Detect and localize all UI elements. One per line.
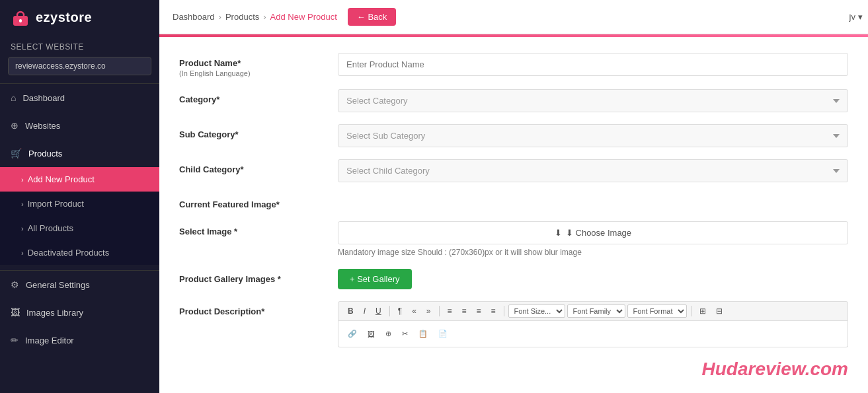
sidebar-item-label-dashboard: Dashboard: [22, 93, 65, 103]
logo-area: ezystore: [0, 0, 159, 34]
back-button[interactable]: ← Back: [348, 8, 397, 26]
rte-extra-1[interactable]: ⊞: [695, 304, 710, 318]
description-row: Product Description* B I U ¶ « » ≡ ≡: [179, 301, 848, 347]
subnav-label-deactivated: Deactivated Products: [28, 248, 110, 258]
subnav-label-import-product: Import Product: [28, 199, 84, 209]
svg-rect-2: [19, 19, 22, 22]
breadcrumb-current: Add New Product: [270, 12, 337, 22]
rte-bold[interactable]: B: [344, 304, 358, 318]
subnav-deactivated-products[interactable]: › Deactivated Products: [0, 240, 159, 265]
rte-icon-3[interactable]: ⊕: [381, 326, 395, 341]
rte-separator-3: [504, 306, 504, 316]
product-name-input[interactable]: [338, 53, 848, 76]
rte-indent-right[interactable]: »: [422, 304, 435, 318]
subnav-arrow-icon-2: ›: [21, 200, 24, 208]
sidebar-item-label-products: Products: [28, 149, 62, 159]
sidebar: Select Website ⌂ Dashboard ⊕ Websites 🛒 …: [0, 34, 159, 393]
content-area: Product Name* (In English Language) Cate…: [159, 34, 868, 393]
sidebar-label-images-library: Images Library: [26, 308, 83, 318]
description-label: Product Description*: [179, 306, 325, 316]
sidebar-item-products[interactable]: 🛒 Products: [0, 139, 159, 167]
child-category-row: Child Category* Select Child Category: [179, 159, 848, 182]
product-name-row: Product Name* (In English Language): [179, 53, 848, 77]
child-category-label: Child Category*: [179, 164, 325, 174]
select-image-row: Select Image * ⬇ ⬇ Choose Image Mandator…: [179, 221, 848, 257]
user-label: jv: [849, 12, 855, 22]
subnav-arrow-icon-3: ›: [21, 225, 24, 232]
rte-toolbar: B I U ¶ « » ≡ ≡ ≡ ≡ Font S: [338, 301, 848, 321]
user-menu[interactable]: jv ▾: [849, 0, 868, 34]
cart-icon: 🛒: [11, 148, 22, 159]
rte-extra-2[interactable]: ⊟: [712, 304, 727, 318]
font-family-select[interactable]: Font Family: [567, 304, 625, 318]
subcategory-label: Sub Category*: [179, 129, 325, 139]
upload-icon: ⬇: [555, 228, 562, 238]
user-chevron-icon: ▾: [858, 12, 863, 22]
rte-align-right[interactable]: ≡: [473, 304, 485, 318]
rte-icon-6[interactable]: 📄: [434, 326, 452, 341]
font-size-select[interactable]: Font Size...: [508, 304, 565, 318]
image-icon: 🖼: [11, 307, 20, 318]
rte-indent-left[interactable]: «: [408, 304, 420, 318]
sidebar-item-general-settings[interactable]: ⚙ General Settings: [0, 271, 159, 299]
sidebar-item-image-editor[interactable]: ✏ Image Editor: [0, 326, 159, 354]
breadcrumb-dashboard[interactable]: Dashboard: [173, 12, 215, 22]
rte-para[interactable]: ¶: [394, 304, 406, 318]
edit-icon: ✏: [11, 335, 19, 345]
rte-separator-4: [691, 306, 691, 316]
category-select[interactable]: Select Category: [338, 89, 848, 112]
rte-align-center[interactable]: ≡: [458, 304, 471, 318]
globe-icon: ⊕: [11, 120, 19, 131]
subcategory-select[interactable]: Select Sub Category: [338, 124, 848, 147]
rte-align-left[interactable]: ≡: [444, 304, 456, 318]
breadcrumb-products[interactable]: Products: [225, 12, 259, 22]
gallery-images-row: Product Gallery Images * + Set Gallery: [179, 269, 848, 289]
subnav-label-all-products: All Products: [28, 223, 73, 233]
logo-text: ezystore: [36, 10, 92, 25]
settings-icon: ⚙: [11, 279, 19, 290]
rte-align-justify[interactable]: ≡: [487, 304, 500, 318]
form-container: Product Name* (In English Language) Cate…: [159, 37, 868, 375]
rte-underline[interactable]: U: [372, 304, 385, 318]
child-category-select[interactable]: Select Child Category: [338, 159, 848, 182]
image-hint: Mandatory image size Should : (270x360)p…: [338, 248, 848, 257]
rte-icon-1[interactable]: 🔗: [344, 326, 361, 341]
rte-separator-1: [389, 306, 390, 316]
sidebar-item-label-websites: Websites: [25, 121, 60, 131]
subnav-import-product[interactable]: › Import Product: [0, 192, 159, 216]
rte-separator-2: [439, 306, 440, 316]
home-icon: ⌂: [11, 92, 16, 103]
rte-icon-2[interactable]: 🖼: [364, 326, 379, 341]
product-name-label: Product Name*: [179, 58, 325, 68]
rte-icon-row: 🔗 🖼 ⊕ ✂ 📋 📄: [338, 321, 848, 347]
gallery-images-label: Product Gallery Images *: [179, 274, 325, 284]
subcategory-row: Sub Category* Select Sub Category: [179, 124, 848, 147]
subnav-label-add-product: Add New Product: [28, 174, 95, 184]
sidebar-item-websites[interactable]: ⊕ Websites: [0, 112, 159, 139]
website-selector[interactable]: [8, 57, 151, 75]
subnav-all-products[interactable]: › All Products: [0, 216, 159, 240]
sidebar-label-image-editor: Image Editor: [25, 336, 74, 345]
rte-italic[interactable]: I: [360, 304, 370, 318]
select-image-label: Select Image *: [179, 227, 325, 236]
category-label: Category*: [179, 94, 325, 104]
choose-image-text: ⬇ Choose Image: [566, 228, 631, 238]
subnav-arrow-icon: ›: [21, 176, 24, 184]
font-format-select[interactable]: Font Format: [627, 304, 687, 318]
select-website-label: Select Website: [0, 34, 159, 54]
breadcrumb: Dashboard › Products › Add New Product ←…: [159, 0, 849, 34]
sidebar-item-dashboard[interactable]: ⌂ Dashboard: [0, 84, 159, 112]
product-name-sublabel: (In English Language): [179, 69, 325, 77]
logo-icon: [11, 7, 30, 27]
sidebar-item-images-library[interactable]: 🖼 Images Library: [0, 299, 159, 326]
subnav-add-new-product[interactable]: › Add New Product: [0, 167, 159, 192]
category-row: Category* Select Category: [179, 89, 848, 112]
choose-image-button[interactable]: ⬇ ⬇ Choose Image: [338, 221, 848, 244]
rte-icon-5[interactable]: 📋: [414, 326, 432, 341]
subnav-arrow-icon-4: ›: [21, 249, 24, 257]
set-gallery-button[interactable]: + Set Gallery: [338, 269, 412, 289]
rte-icon-4[interactable]: ✂: [398, 326, 412, 341]
featured-image-label: Current Featured Image*: [179, 199, 325, 209]
featured-image-row: Current Featured Image*: [179, 194, 848, 209]
sidebar-label-general-settings: General Settings: [26, 280, 90, 290]
